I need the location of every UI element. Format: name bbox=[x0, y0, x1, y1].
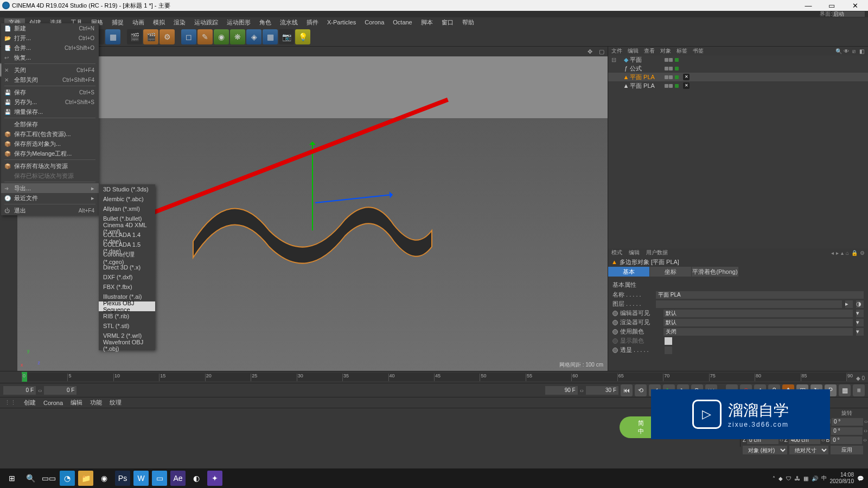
layout-select[interactable] bbox=[832, 11, 865, 17]
file-menu-item[interactable]: ✕全部关闭Ctrl+Shift+F4 bbox=[1, 75, 99, 85]
editor-vis-drop[interactable]: ▾ bbox=[856, 310, 864, 317]
menu-11[interactable]: 角色 bbox=[255, 18, 276, 27]
obj-tab[interactable]: 标签 bbox=[676, 47, 687, 55]
file-menu-item[interactable]: 📄新建Ctrl+N bbox=[1, 23, 99, 33]
close-button[interactable]: ✕ bbox=[844, 2, 866, 10]
tray-up-icon[interactable]: ˄ bbox=[773, 476, 775, 481]
pen-tool-button[interactable]: ✎ bbox=[197, 29, 213, 44]
menu-13[interactable]: 插件 bbox=[302, 18, 323, 27]
viewport-nav-icon[interactable]: ✥ bbox=[588, 48, 592, 55]
app-misc[interactable]: ✦ bbox=[207, 471, 222, 486]
app-tencent[interactable]: ◔ bbox=[60, 471, 75, 486]
minimize-button[interactable]: — bbox=[797, 2, 819, 10]
export-item[interactable]: STL (*.stl) bbox=[99, 321, 155, 331]
menu-10[interactable]: 运动图形 bbox=[222, 18, 255, 27]
layer-picker[interactable]: ▸ bbox=[845, 300, 853, 308]
rot-B[interactable] bbox=[831, 436, 862, 444]
editor-vis-field[interactable] bbox=[663, 310, 853, 317]
rot-H[interactable] bbox=[832, 418, 863, 426]
object-tree-row[interactable]: ▲平面 PLA✕ bbox=[608, 73, 868, 81]
obj-tab[interactable]: 查看 bbox=[644, 47, 655, 55]
menu-7[interactable]: 模拟 bbox=[149, 18, 169, 27]
file-menu-item[interactable]: 📑合并...Ctrl+Shift+O bbox=[1, 43, 99, 53]
next-icon[interactable]: ▸ bbox=[836, 250, 839, 256]
render-settings-button[interactable]: ⚙ bbox=[159, 29, 175, 44]
xray-checkbox[interactable] bbox=[665, 346, 672, 354]
search-button[interactable]: 🔍 bbox=[23, 471, 38, 486]
maximize-button[interactable]: ▭ bbox=[821, 2, 843, 10]
export-item[interactable]: Plexus OBJ Sequence bbox=[99, 301, 155, 311]
light-button[interactable]: 💡 bbox=[295, 29, 310, 44]
layer-field[interactable] bbox=[656, 300, 842, 308]
deformer-button[interactable]: ◈ bbox=[246, 29, 261, 44]
timeline-ruler[interactable]: 051015202530354045505560657075808590 ◆ 0 bbox=[0, 371, 868, 383]
app-explorer[interactable]: 📁 bbox=[78, 471, 93, 486]
app-ps[interactable]: Ps bbox=[115, 471, 130, 486]
menu-14[interactable]: X-Particles bbox=[323, 19, 360, 25]
tab-coord[interactable]: 坐标 bbox=[650, 267, 691, 277]
file-menu-item[interactable]: ✕关闭Ctrl+F4 bbox=[1, 65, 99, 75]
app-ae[interactable]: Ae bbox=[170, 471, 186, 486]
export-item[interactable]: Allplan (*.xml) bbox=[99, 204, 155, 214]
coord-mode-select[interactable]: 对象 (相对) bbox=[743, 446, 787, 454]
render-vis-field[interactable] bbox=[663, 319, 853, 326]
viewport-max-icon[interactable]: ▢ bbox=[599, 48, 604, 55]
rot-P[interactable] bbox=[831, 427, 863, 435]
tab-phong[interactable]: 平滑着色(Phong) bbox=[692, 267, 738, 277]
anim-dot[interactable] bbox=[612, 311, 618, 316]
menu-12[interactable]: 流水线 bbox=[276, 18, 302, 27]
start-frame-field[interactable]: 0 F bbox=[3, 386, 36, 395]
usecolor-field[interactable] bbox=[663, 328, 853, 336]
file-menu-item[interactable]: ➜导出... bbox=[1, 183, 99, 193]
lock-icon[interactable]: 🔒 bbox=[851, 250, 858, 256]
menu-6[interactable]: 动画 bbox=[128, 18, 149, 27]
selected-mesh[interactable] bbox=[171, 160, 454, 290]
menu-19[interactable]: 帮助 bbox=[458, 18, 478, 27]
tray-ime-icon[interactable]: 中 bbox=[821, 474, 827, 482]
size-mode-select[interactable]: 绝对尺寸 bbox=[789, 446, 828, 454]
obj-tab[interactable]: 文件 bbox=[611, 47, 622, 55]
search-icon[interactable]: 🔍 bbox=[835, 48, 842, 54]
taskview-button[interactable]: ▭▭ bbox=[41, 471, 56, 486]
tray-shield-icon[interactable]: 🛡 bbox=[786, 476, 792, 481]
file-menu-item[interactable]: 💾增量保存... bbox=[1, 107, 99, 117]
bookmark-icon[interactable]: ◧ bbox=[858, 48, 865, 54]
object-tree-row[interactable]: ⊟◆平面 bbox=[608, 55, 868, 64]
export-item[interactable]: 3D Studio (*.3ds) bbox=[99, 184, 155, 194]
current-frame-field[interactable]: 0 F bbox=[44, 386, 76, 395]
render-view-button[interactable]: 🎬 bbox=[127, 29, 142, 44]
material-tab[interactable]: 创建 bbox=[24, 399, 36, 407]
filter-icon[interactable]: ⎚ bbox=[851, 48, 857, 54]
name-field[interactable] bbox=[656, 291, 864, 299]
app-chrome[interactable]: ◉ bbox=[97, 471, 112, 486]
goto-start-button[interactable]: ⏮ bbox=[621, 384, 633, 396]
object-manager-tree[interactable]: ⊟◆平面 ƒ公式▲平面 PLA✕▲平面 PLA✕ bbox=[608, 55, 868, 248]
app-c4d[interactable]: ◐ bbox=[189, 471, 204, 486]
tab-basic[interactable]: 基本 bbox=[608, 267, 649, 277]
material-tab[interactable]: 编辑 bbox=[71, 399, 82, 407]
menu-5[interactable]: 捕捉 bbox=[107, 18, 128, 27]
key-opt-button[interactable]: ≡ bbox=[853, 384, 865, 396]
file-menu-item[interactable]: 💾保存Ctrl+S bbox=[1, 87, 99, 97]
menu-8[interactable]: 渲染 bbox=[169, 18, 190, 27]
object-tree-row[interactable]: ▲平面 PLA✕ bbox=[608, 81, 868, 90]
app-screen[interactable]: ▭ bbox=[152, 471, 167, 486]
export-item[interactable]: DXF (*.dxf) bbox=[99, 272, 155, 282]
layer-more[interactable]: ◑ bbox=[856, 300, 864, 308]
file-menu-item[interactable]: 🕘最近文件 bbox=[1, 193, 99, 203]
clock[interactable]: 14:08 2020/8/10 bbox=[830, 472, 854, 485]
usecolor-drop[interactable]: ▾ bbox=[856, 328, 864, 336]
file-menu-item[interactable]: ↩恢复... bbox=[1, 53, 99, 62]
obj-tab[interactable]: 书签 bbox=[693, 47, 704, 55]
generator-button[interactable]: ❋ bbox=[230, 29, 245, 44]
file-menu-item[interactable]: 📦保存所有场次与资源 bbox=[1, 161, 99, 171]
step-back-button[interactable]: ⟲ bbox=[635, 384, 647, 396]
menu-16[interactable]: Octane bbox=[388, 19, 416, 25]
start-button[interactable]: ⊞ bbox=[4, 471, 20, 486]
primitive-cube-button[interactable]: ◻ bbox=[181, 29, 196, 44]
app-word[interactable]: W bbox=[133, 471, 149, 486]
attr-tab[interactable]: 模式 bbox=[611, 249, 622, 256]
tag-icon[interactable]: ✕ bbox=[683, 82, 690, 89]
export-item[interactable]: FBX (*.fbx) bbox=[99, 282, 155, 292]
tray-nvidia-icon[interactable]: ◆ bbox=[778, 476, 783, 481]
